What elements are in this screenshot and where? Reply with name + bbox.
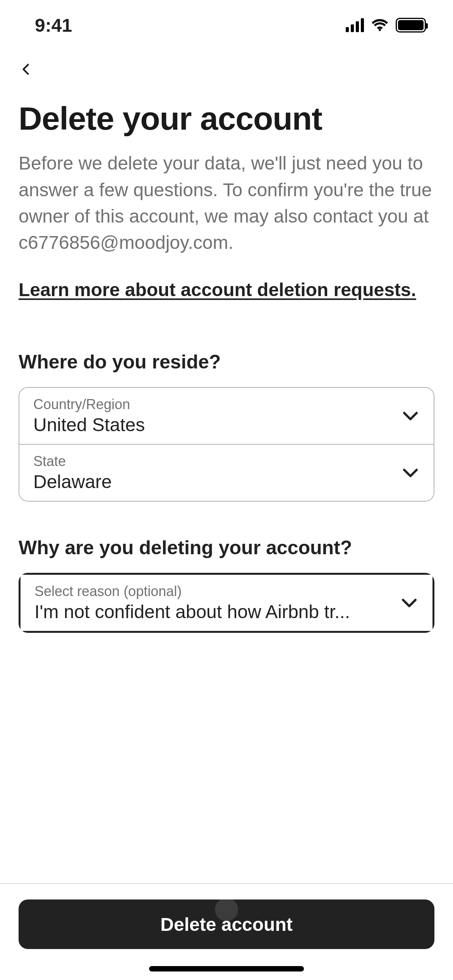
wifi-icon [371, 16, 389, 34]
chevron-down-icon [401, 464, 420, 482]
bottom-bar: Delete account [0, 883, 453, 980]
state-select[interactable]: State Delaware [19, 445, 434, 501]
residence-select-group: Country/Region United States State Delaw… [19, 387, 434, 502]
country-select[interactable]: Country/Region United States [19, 388, 434, 445]
back-button[interactable] [15, 58, 38, 81]
delete-account-button[interactable]: Delete account [19, 899, 434, 949]
nav-bar [0, 50, 453, 85]
reason-field-value: I'm not confident about how Airbnb tr... [34, 601, 350, 622]
country-field-value: United States [33, 414, 145, 435]
page-description-text: Before we delete your data, we'll just n… [19, 153, 432, 226]
status-time: 9:41 [35, 15, 72, 36]
home-indicator [149, 966, 304, 971]
reason-select-wrapper: Select reason (optional) I'm not confide… [19, 573, 434, 633]
residence-section: Where do you reside? Country/Region Unit… [19, 351, 434, 502]
state-field-label: State [33, 453, 112, 469]
cellular-icon [346, 18, 364, 32]
chevron-left-icon [19, 62, 33, 77]
chevron-down-icon [400, 594, 419, 612]
country-field-label: Country/Region [33, 396, 145, 413]
main-content: Delete your account Before we delete you… [0, 85, 453, 633]
battery-icon [396, 18, 426, 33]
state-field-value: Delaware [33, 471, 112, 492]
reason-label: Why are you deleting your account? [19, 536, 434, 559]
chevron-down-icon [401, 407, 420, 425]
page-description: Before we delete your data, we'll just n… [19, 150, 434, 256]
reason-section: Why are you deleting your account? Selec… [19, 536, 434, 633]
page-title: Delete your account [19, 101, 434, 136]
status-bar: 9:41 [0, 0, 453, 50]
reason-field-label: Select reason (optional) [34, 583, 350, 600]
status-icons [346, 16, 426, 34]
learn-more-link[interactable]: Learn more about account deletion reques… [19, 279, 416, 300]
tap-indicator [215, 898, 238, 921]
residence-label: Where do you reside? [19, 351, 434, 373]
page-description-suffix: . [228, 232, 233, 253]
contact-email: c6776856@moodjoy.com [19, 232, 228, 253]
reason-select[interactable]: Select reason (optional) I'm not confide… [21, 575, 432, 631]
